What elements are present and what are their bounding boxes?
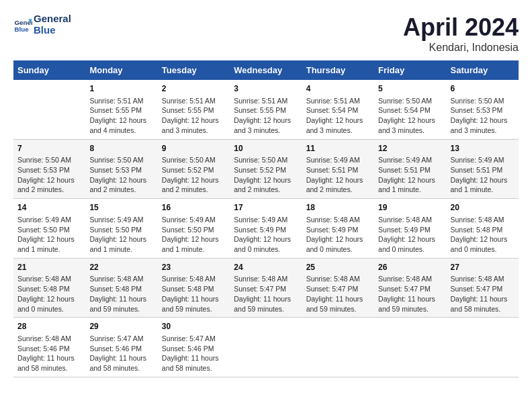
calendar-cell: 7Sunrise: 5:50 AMSunset: 5:53 PMDaylight… — [13, 139, 85, 199]
cell-content: Sunrise: 5:48 AMSunset: 5:48 PMDaylight:… — [162, 274, 226, 314]
svg-text:Blue: Blue — [14, 25, 29, 32]
day-number: 2 — [162, 83, 226, 95]
day-number: 6 — [451, 83, 515, 95]
day-number: 3 — [234, 83, 298, 95]
calendar-cell: 30Sunrise: 5:47 AMSunset: 5:46 PMDayligh… — [158, 318, 230, 377]
day-number: 20 — [451, 202, 515, 214]
calendar-cell: 10Sunrise: 5:50 AMSunset: 5:52 PMDayligh… — [230, 139, 302, 199]
day-number: 10 — [234, 143, 298, 154]
day-number: 29 — [89, 321, 153, 332]
calendar-cell — [230, 318, 302, 377]
title-block: April 2024 Kendari, Indonesia — [403, 13, 519, 54]
logo: General Blue General Blue — [13, 13, 71, 36]
day-number: 9 — [162, 143, 226, 154]
calendar-cell: 20Sunrise: 5:48 AMSunset: 5:48 PMDayligh… — [447, 199, 519, 259]
day-number: 24 — [234, 262, 298, 273]
calendar-cell: 26Sunrise: 5:48 AMSunset: 5:47 PMDayligh… — [374, 258, 446, 318]
calendar-cell: 16Sunrise: 5:49 AMSunset: 5:50 PMDayligh… — [158, 199, 230, 259]
calendar-cell: 6Sunrise: 5:50 AMSunset: 5:53 PMDaylight… — [447, 80, 519, 139]
cell-content: Sunrise: 5:49 AMSunset: 5:50 PMDaylight:… — [89, 215, 153, 255]
cell-content: Sunrise: 5:50 AMSunset: 5:53 PMDaylight:… — [89, 155, 153, 195]
cell-content: Sunrise: 5:48 AMSunset: 5:47 PMDaylight:… — [451, 274, 515, 314]
cell-content: Sunrise: 5:51 AMSunset: 5:55 PMDaylight:… — [234, 96, 298, 136]
calendar-cell: 25Sunrise: 5:48 AMSunset: 5:47 PMDayligh… — [302, 258, 374, 318]
day-number: 26 — [378, 262, 442, 273]
logo-blue: Blue — [34, 25, 71, 36]
cell-content: Sunrise: 5:47 AMSunset: 5:46 PMDaylight:… — [162, 334, 226, 373]
day-number: 12 — [378, 143, 442, 154]
calendar-week-row: 7Sunrise: 5:50 AMSunset: 5:53 PMDaylight… — [13, 139, 519, 199]
calendar-cell: 24Sunrise: 5:48 AMSunset: 5:47 PMDayligh… — [230, 258, 302, 318]
column-header-wednesday: Wednesday — [230, 60, 302, 80]
cell-content: Sunrise: 5:48 AMSunset: 5:47 PMDaylight:… — [234, 274, 298, 314]
column-header-friday: Friday — [374, 60, 446, 80]
calendar-week-row: 28Sunrise: 5:48 AMSunset: 5:46 PMDayligh… — [13, 318, 519, 377]
location: Kendari, Indonesia — [403, 42, 519, 54]
cell-content: Sunrise: 5:48 AMSunset: 5:49 PMDaylight:… — [378, 215, 442, 255]
calendar-cell: 5Sunrise: 5:50 AMSunset: 5:54 PMDaylight… — [374, 80, 446, 139]
day-number: 8 — [89, 143, 153, 154]
calendar-cell: 2Sunrise: 5:51 AMSunset: 5:55 PMDaylight… — [158, 80, 230, 139]
calendar-cell: 18Sunrise: 5:48 AMSunset: 5:49 PMDayligh… — [302, 199, 374, 259]
calendar-cell: 23Sunrise: 5:48 AMSunset: 5:48 PMDayligh… — [158, 258, 230, 318]
cell-content: Sunrise: 5:49 AMSunset: 5:51 PMDaylight:… — [306, 155, 370, 195]
calendar-cell: 9Sunrise: 5:50 AMSunset: 5:52 PMDaylight… — [158, 139, 230, 199]
calendar-cell: 12Sunrise: 5:49 AMSunset: 5:51 PMDayligh… — [374, 139, 446, 199]
cell-content: Sunrise: 5:47 AMSunset: 5:46 PMDaylight:… — [89, 334, 153, 373]
calendar-cell: 11Sunrise: 5:49 AMSunset: 5:51 PMDayligh… — [302, 139, 374, 199]
cell-content: Sunrise: 5:48 AMSunset: 5:49 PMDaylight:… — [306, 215, 370, 255]
day-number: 19 — [378, 202, 442, 214]
calendar-cell: 15Sunrise: 5:49 AMSunset: 5:50 PMDayligh… — [85, 199, 157, 259]
day-number: 15 — [89, 202, 153, 214]
calendar-cell — [447, 318, 519, 377]
cell-content: Sunrise: 5:48 AMSunset: 5:48 PMDaylight:… — [451, 215, 515, 255]
calendar-cell: 29Sunrise: 5:47 AMSunset: 5:46 PMDayligh… — [85, 318, 157, 377]
cell-content: Sunrise: 5:51 AMSunset: 5:55 PMDaylight:… — [162, 96, 226, 136]
day-number: 14 — [17, 202, 81, 214]
day-number: 11 — [306, 143, 370, 154]
cell-content: Sunrise: 5:49 AMSunset: 5:50 PMDaylight:… — [17, 215, 81, 255]
day-number: 28 — [17, 321, 81, 332]
cell-content: Sunrise: 5:48 AMSunset: 5:47 PMDaylight:… — [378, 274, 442, 314]
calendar-week-row: 21Sunrise: 5:48 AMSunset: 5:48 PMDayligh… — [13, 258, 519, 318]
cell-content: Sunrise: 5:51 AMSunset: 5:55 PMDaylight:… — [89, 96, 153, 136]
calendar-cell: 1Sunrise: 5:51 AMSunset: 5:55 PMDaylight… — [85, 80, 157, 139]
day-number: 7 — [17, 143, 81, 154]
cell-content: Sunrise: 5:49 AMSunset: 5:51 PMDaylight:… — [451, 155, 515, 195]
day-number: 1 — [89, 83, 153, 95]
calendar-cell: 13Sunrise: 5:49 AMSunset: 5:51 PMDayligh… — [447, 139, 519, 199]
day-number: 30 — [162, 321, 226, 332]
day-number: 27 — [451, 262, 515, 273]
cell-content: Sunrise: 5:49 AMSunset: 5:49 PMDaylight:… — [234, 215, 298, 255]
column-header-sunday: Sunday — [13, 60, 85, 80]
month-title: April 2024 — [403, 13, 519, 42]
cell-content: Sunrise: 5:48 AMSunset: 5:48 PMDaylight:… — [89, 274, 153, 314]
column-header-saturday: Saturday — [447, 60, 519, 80]
day-number: 22 — [89, 262, 153, 273]
day-number: 17 — [234, 202, 298, 214]
calendar-week-row: 14Sunrise: 5:49 AMSunset: 5:50 PMDayligh… — [13, 199, 519, 259]
day-number: 23 — [162, 262, 226, 273]
cell-content: Sunrise: 5:50 AMSunset: 5:52 PMDaylight:… — [234, 155, 298, 195]
calendar-table: SundayMondayTuesdayWednesdayThursdayFrid… — [13, 60, 519, 377]
logo-icon: General Blue — [13, 15, 32, 34]
cell-content: Sunrise: 5:50 AMSunset: 5:53 PMDaylight:… — [451, 96, 515, 136]
column-header-tuesday: Tuesday — [158, 60, 230, 80]
cell-content: Sunrise: 5:50 AMSunset: 5:52 PMDaylight:… — [162, 155, 226, 195]
calendar-cell: 8Sunrise: 5:50 AMSunset: 5:53 PMDaylight… — [85, 139, 157, 199]
day-number: 4 — [306, 83, 370, 95]
day-number: 25 — [306, 262, 370, 273]
calendar-cell — [374, 318, 446, 377]
calendar-cell: 27Sunrise: 5:48 AMSunset: 5:47 PMDayligh… — [447, 258, 519, 318]
column-header-monday: Monday — [85, 60, 157, 80]
page-header: General Blue General Blue April 2024 Ken… — [13, 13, 519, 54]
calendar-cell: 19Sunrise: 5:48 AMSunset: 5:49 PMDayligh… — [374, 199, 446, 259]
calendar-cell — [302, 318, 374, 377]
day-number: 18 — [306, 202, 370, 214]
cell-content: Sunrise: 5:48 AMSunset: 5:46 PMDaylight:… — [17, 334, 81, 373]
day-number: 5 — [378, 83, 442, 95]
cell-content: Sunrise: 5:51 AMSunset: 5:54 PMDaylight:… — [306, 96, 370, 136]
cell-content: Sunrise: 5:48 AMSunset: 5:48 PMDaylight:… — [17, 274, 81, 314]
cell-content: Sunrise: 5:48 AMSunset: 5:47 PMDaylight:… — [306, 274, 370, 314]
calendar-cell: 17Sunrise: 5:49 AMSunset: 5:49 PMDayligh… — [230, 199, 302, 259]
